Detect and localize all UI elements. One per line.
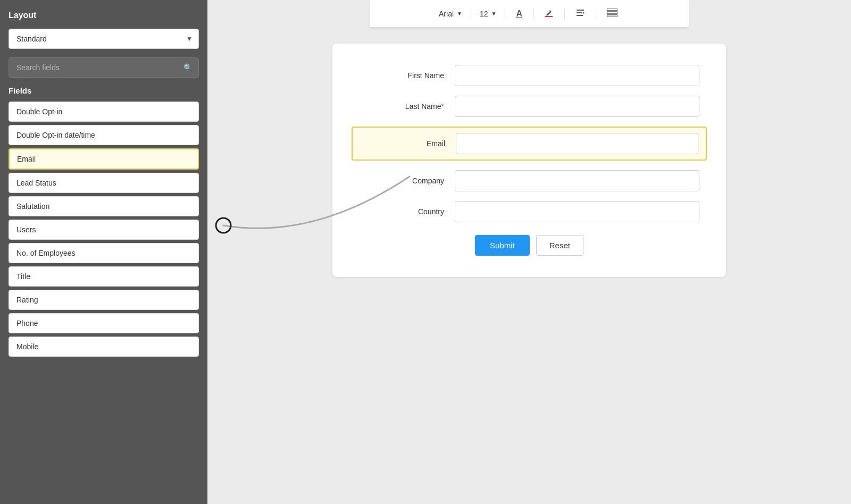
svg-rect-5 (607, 9, 618, 11)
fields-list: Double Opt-in Double Opt-in date/time Em… (9, 102, 199, 357)
svg-rect-6 (607, 12, 618, 14)
label-company: Company (359, 177, 444, 185)
field-item-double-opt-in[interactable]: Double Opt-in (9, 102, 199, 122)
divider-4 (564, 9, 565, 19)
divider-3 (533, 9, 533, 19)
input-email[interactable] (456, 133, 698, 154)
align-button[interactable] (573, 7, 587, 21)
reset-button[interactable]: Reset (536, 235, 583, 256)
form-row-email: Email (352, 127, 707, 161)
svg-marker-4 (583, 12, 585, 14)
field-item-users[interactable]: Users (9, 220, 199, 240)
label-email: Email (360, 139, 445, 148)
search-wrapper: 🔍 (9, 57, 199, 78)
font-size-selector[interactable]: 12 ▼ (480, 10, 496, 18)
form-card: First Name Last Name* Email Company (332, 44, 726, 277)
form-row-company: Company (359, 170, 699, 191)
field-item-phone[interactable]: Phone (9, 313, 199, 333)
right-section: Arial ▼ 12 ▼ A (207, 0, 851, 504)
fill-color-button[interactable] (542, 7, 556, 21)
form-area: First Name Last Name* Email Company (207, 28, 851, 504)
font-size: 12 (480, 10, 488, 18)
font-size-dropdown-icon: ▼ (491, 11, 497, 16)
layout-label: Layout (9, 11, 199, 20)
font-dropdown-icon: ▼ (457, 11, 462, 16)
form-row-first-name: First Name (359, 65, 699, 86)
form-buttons: Submit Reset (359, 235, 699, 256)
required-star: * (441, 102, 444, 111)
svg-rect-0 (545, 16, 553, 17)
fields-label: Fields (9, 86, 199, 95)
font-color-button[interactable]: A (514, 8, 524, 20)
svg-rect-7 (607, 15, 618, 17)
font-selector[interactable]: Arial ▼ (439, 10, 462, 18)
label-country: Country (359, 207, 444, 216)
input-first-name[interactable] (455, 65, 699, 86)
field-item-no-of-employees[interactable]: No. of Employees (9, 243, 199, 263)
field-item-title[interactable]: Title (9, 266, 199, 287)
field-item-lead-status[interactable]: Lead Status (9, 173, 199, 193)
label-first-name: First Name (359, 71, 444, 80)
divider-1 (471, 9, 471, 19)
search-input[interactable] (9, 57, 199, 78)
form-row-country: Country (359, 201, 699, 222)
input-company[interactable] (455, 170, 699, 191)
layout-button[interactable] (605, 7, 620, 20)
divider-5 (596, 9, 596, 19)
field-item-rating[interactable]: Rating (9, 290, 199, 310)
layout-select[interactable]: Standard Two Column Three Column (9, 29, 199, 49)
field-item-double-opt-in-datetime[interactable]: Double Opt-in date/time (9, 125, 199, 145)
search-icon: 🔍 (183, 63, 193, 72)
font-name: Arial (439, 10, 454, 18)
form-row-last-name: Last Name* (359, 96, 699, 117)
svg-rect-3 (577, 15, 583, 16)
svg-rect-1 (577, 10, 584, 11)
field-item-email[interactable]: Email (9, 148, 199, 170)
field-item-salutation[interactable]: Salutation (9, 196, 199, 216)
svg-rect-2 (577, 12, 582, 13)
field-item-mobile[interactable]: Mobile (9, 337, 199, 357)
submit-button[interactable]: Submit (475, 235, 530, 256)
sidebar: Layout Standard Two Column Three Column … (0, 0, 207, 504)
input-country[interactable] (455, 201, 699, 222)
toolbar: Arial ▼ 12 ▼ A (370, 0, 689, 28)
label-last-name: Last Name* (359, 102, 444, 111)
layout-select-wrapper: Standard Two Column Three Column ▼ (9, 29, 199, 49)
input-last-name[interactable] (455, 96, 699, 117)
divider-2 (505, 9, 505, 19)
